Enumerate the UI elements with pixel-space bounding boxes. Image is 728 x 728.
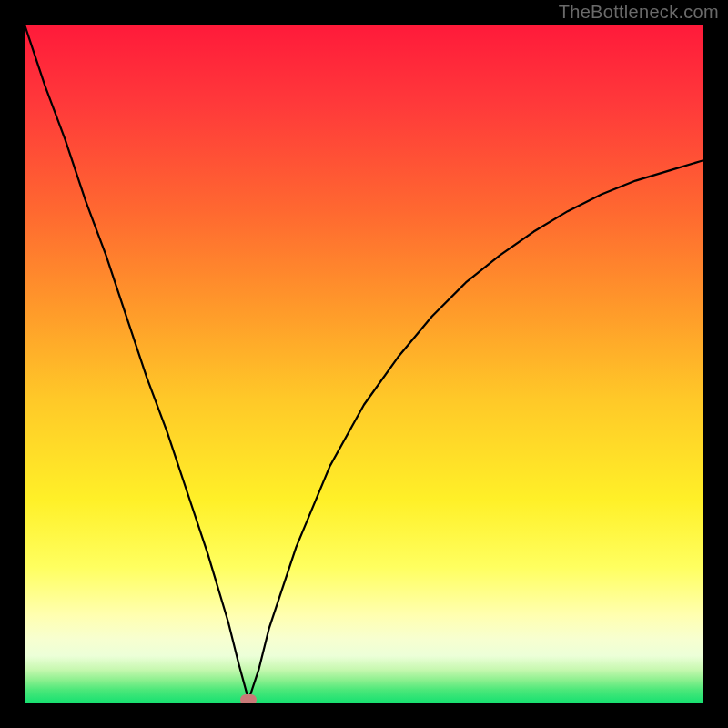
watermark-text: TheBottleneck.com — [559, 2, 719, 23]
plot-area — [25, 25, 703, 703]
min-marker — [240, 694, 257, 703]
chart-frame: TheBottleneck.com — [0, 0, 728, 728]
bottleneck-curve — [25, 25, 703, 703]
